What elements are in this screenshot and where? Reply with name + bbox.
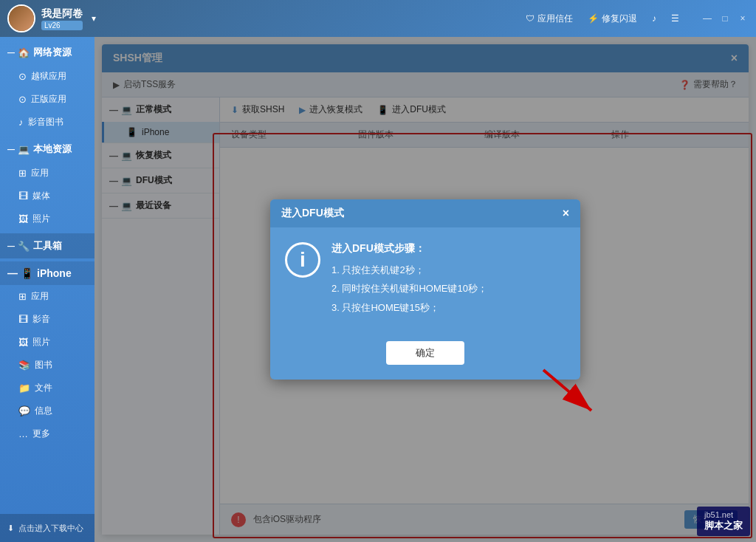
modal-overlay: 进入DFU模式 × i 进入DFU模式步骤： 1. 只按住关机键2秒； 2. 同… [94, 37, 756, 542]
toolbox-icon: 🔧 [18, 241, 30, 252]
arrow-toolbox: — [7, 242, 15, 250]
sidebar-header-toolbox[interactable]: — 🔧 工具箱 [0, 233, 94, 258]
iphone-apps-icon: ⊞ [18, 291, 27, 302]
download-icon: ⬇ [7, 524, 14, 533]
music-icon-btn[interactable]: ♪ [652, 13, 656, 24]
fix-crash-btn[interactable]: ⚡ 修复闪退 [588, 13, 637, 25]
home-icon: 🏠 [18, 47, 30, 58]
sidebar-item-jailbreak[interactable]: ⊙ 越狱应用 [0, 65, 94, 88]
iphone-files-icon: 📁 [18, 383, 30, 394]
arrow-annotation [536, 363, 610, 424]
avatar[interactable] [7, 4, 35, 32]
dropdown-arrow[interactable]: ▾ [92, 13, 96, 24]
watermark-name: 脚本之家 [704, 519, 743, 532]
sidebar-item-photos[interactable]: 🖼 照片 [0, 207, 94, 230]
iphone-messages-icon: 💬 [18, 405, 30, 416]
sidebar-item-iphone-photos[interactable]: 🖼 照片 [0, 331, 94, 354]
dfu-modal-header: 进入DFU模式 × [270, 199, 580, 227]
sidebar-item-iphone-files[interactable]: 📁 文件 [0, 377, 94, 399]
iphone-books-icon: 📚 [18, 360, 30, 371]
apps-icon: ⊞ [18, 168, 27, 179]
sidebar-item-iphone-apps[interactable]: ⊞ 应用 [0, 285, 94, 308]
maximize-btn[interactable]: □ [719, 13, 731, 24]
dfu-step-2: 2. 同时按住关机键和HOME键10秒； [331, 281, 566, 296]
dfu-modal: 进入DFU模式 × i 进入DFU模式步骤： 1. 只按住关机键2秒； 2. 同… [270, 199, 580, 380]
photo-icon: 🖼 [18, 213, 28, 224]
iphone-media-icon: 🎞 [18, 314, 28, 325]
sidebar-item-official[interactable]: ⊙ 正版应用 [0, 88, 94, 111]
dfu-step-3: 3. 只按住HOME键15秒； [331, 301, 566, 315]
watermark-site: jb51.net [704, 510, 743, 519]
sidebar-item-media[interactable]: ♪ 影音图书 [0, 111, 94, 134]
sidebar-item-mediaitems[interactable]: 🎞 媒体 [0, 185, 94, 207]
sidebar-section-local: — 💻 本地资源 ⊞ 应用 🎞 媒体 🖼 照片 [0, 137, 94, 230]
sidebar-item-iphone-media[interactable]: 🎞 影音 [0, 308, 94, 331]
music-icon: ♪ [652, 13, 656, 24]
title-bar-right: 🛡 应用信任 ⚡ 修复闪退 ♪ ☰ — □ × [526, 13, 749, 25]
sidebar-section-toolbox: — 🔧 工具箱 [0, 233, 94, 258]
sidebar-item-iphone-more[interactable]: … 更多 [0, 422, 94, 445]
title-bar-left: 我是阿卷 Lv26 ▾ [7, 4, 526, 32]
user-info: 我是阿卷 Lv26 [41, 7, 83, 30]
sidebar-header-network[interactable]: — 🏠 网络资源 [0, 40, 94, 65]
sidebar-header-local[interactable]: — 💻 本地资源 [0, 137, 94, 162]
user-name: 我是阿卷 [41, 7, 83, 21]
arrow-network: — [7, 49, 15, 57]
iphone-photos-icon: 🖼 [18, 337, 28, 348]
sidebar-item-apps[interactable]: ⊞ 应用 [0, 162, 94, 185]
jailbreak-icon: ⊙ [18, 71, 27, 82]
dfu-info-icon: i [285, 242, 320, 278]
iphone-icon: 📱 [21, 267, 33, 279]
sidebar-header-iphone[interactable]: — 📱 iPhone [0, 261, 94, 285]
arrow-iphone: — [7, 267, 18, 279]
menu-icon: ☰ [671, 13, 679, 24]
app-trust-btn[interactable]: 🛡 应用信任 [526, 13, 573, 25]
content-area: SHSH管理 × ▶ 启动TSS服务 ❓ 需要帮助？ [94, 37, 756, 542]
minimize-btn[interactable]: — [701, 13, 713, 24]
dfu-modal-footer: 确定 [270, 334, 580, 380]
sidebar: — 🏠 网络资源 ⊙ 越狱应用 ⊙ 正版应用 ♪ 影音图书 — 💻 本地资源 [0, 37, 94, 542]
dfu-modal-body: i 进入DFU模式步骤： 1. 只按住关机键2秒； 2. 同时按住关机键和HOM… [270, 227, 580, 335]
dfu-confirm-btn[interactable]: 确定 [386, 341, 464, 365]
user-level: Lv26 [41, 21, 83, 30]
red-arrow-svg [536, 363, 610, 422]
dfu-steps: 进入DFU模式步骤： 1. 只按住关机键2秒； 2. 同时按住关机键和HOME键… [331, 242, 566, 320]
menu-icon-btn[interactable]: ☰ [671, 13, 679, 24]
dfu-steps-title: 进入DFU模式步骤： [331, 242, 566, 255]
dfu-modal-close-btn[interactable]: × [563, 207, 569, 220]
sidebar-item-iphone-books[interactable]: 📚 图书 [0, 354, 94, 377]
arrow-local: — [7, 145, 15, 154]
watermark: jb51.net 脚本之家 [697, 507, 750, 536]
sidebar-section-iphone: — 📱 iPhone ⊞ 应用 🎞 影音 🖼 照片 📚 图书 📁 [0, 261, 94, 445]
iphone-more-icon: … [18, 428, 28, 439]
window-controls: — □ × [701, 13, 749, 24]
title-bar: 我是阿卷 Lv26 ▾ 🛡 应用信任 ⚡ 修复闪退 ♪ ☰ — □ × [0, 0, 756, 37]
shield-icon: 🛡 [526, 13, 535, 24]
media-icon: ♪ [18, 117, 24, 128]
close-btn[interactable]: × [737, 13, 749, 24]
lightning-icon: ⚡ [588, 13, 599, 24]
download-center-btn[interactable]: ⬇ 点击进入下载中心 [0, 514, 94, 542]
main-layout: — 🏠 网络资源 ⊙ 越狱应用 ⊙ 正版应用 ♪ 影音图书 — 💻 本地资源 [0, 37, 756, 542]
sidebar-item-iphone-messages[interactable]: 💬 信息 [0, 399, 94, 422]
svg-line-1 [543, 370, 591, 411]
media2-icon: 🎞 [18, 191, 28, 202]
dfu-modal-title: 进入DFU模式 [281, 207, 344, 220]
sidebar-section-network: — 🏠 网络资源 ⊙ 越狱应用 ⊙ 正版应用 ♪ 影音图书 [0, 40, 94, 134]
official-icon: ⊙ [18, 94, 27, 105]
computer-icon: 💻 [18, 144, 30, 155]
dfu-step-1: 1. 只按住关机键2秒； [331, 263, 566, 278]
